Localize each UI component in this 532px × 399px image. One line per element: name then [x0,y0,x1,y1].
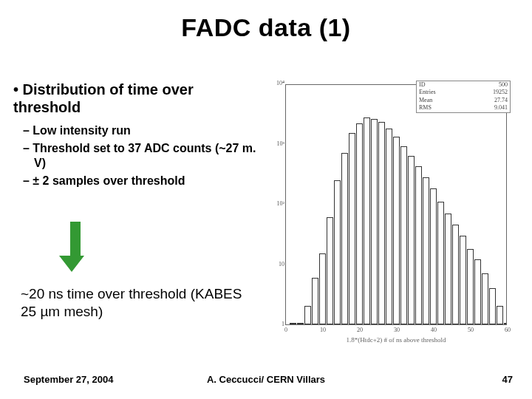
histogram-bin [371,119,378,324]
histogram-bin [497,306,503,324]
histogram-bin [393,137,400,324]
histogram-bin [327,217,333,324]
histogram-bin [312,278,318,324]
histogram-bin [482,273,488,324]
y-tick-label: 10⁴ [271,80,284,86]
y-tick-label: 10² [271,200,284,207]
x-axis-label: 1.8*(Htdc+2) # of ns above threshold [286,336,506,344]
histogram-bin [474,259,481,324]
histogram-bin [319,253,326,324]
x-tick-label: 0 [277,327,295,333]
histogram-bin [423,177,429,324]
histogram-bin [349,133,355,324]
x-tick-label: 50 [462,327,480,333]
x-tick-label: 20 [351,327,369,333]
histogram-bin [460,236,466,324]
histogram-bin [504,323,506,324]
histogram-bin [356,123,363,324]
x-tick-label: 30 [388,327,406,333]
histogram-bin [452,225,459,324]
y-tick-label: 10³ [271,140,284,147]
histogram-bin [430,188,437,324]
histogram-chart: ID500 Entries19252 Mean27.74 RMS9.041 11… [267,80,511,347]
histogram-bin [334,180,341,324]
slide-title: FADC data (1) [0,13,532,42]
sub-bullet: Low intensity run [13,123,257,138]
histogram-bin [445,214,451,324]
chart-bars [286,85,506,324]
x-tick-label: 40 [425,327,443,333]
histogram-bin [467,249,474,324]
footer-page: 47 [502,374,513,385]
footer: September 27, 2004 A. Ceccucci/ CERN Vil… [0,374,532,389]
bullet-main: Distribution of time over threshold [13,81,257,116]
x-tick-label: 10 [314,327,332,333]
histogram-bin [341,153,348,324]
x-tick-label: 60 [499,327,516,333]
histogram-bin [437,202,444,324]
histogram-bin [297,323,304,324]
histogram-bin [386,129,392,324]
histogram-bin [415,166,422,324]
arrow-icon [66,222,84,272]
conclusion-text: ~20 ns time over threshold (KABES 25 µm … [21,285,257,321]
chart-frame: ID500 Entries19252 Mean27.74 RMS9.041 11… [285,84,507,325]
histogram-bin [364,117,370,324]
histogram-bin [408,156,415,324]
histogram-bin [378,122,385,324]
footer-author: A. Ceccucci/ CERN Villars [0,374,532,385]
sub-bullet: ± 2 samples over threshold [13,174,257,188]
slide: FADC data (1) Distribution of time over … [0,0,532,399]
histogram-bin [489,288,496,324]
histogram-bin [304,306,311,324]
body-text: Distribution of time over threshold Low … [13,81,257,188]
histogram-bin [290,323,296,324]
y-tick-label: 10 [271,261,284,267]
histogram-bin [400,146,407,324]
sub-bullet: Threshold set to 37 ADC counts (~27 m. V… [13,141,257,171]
